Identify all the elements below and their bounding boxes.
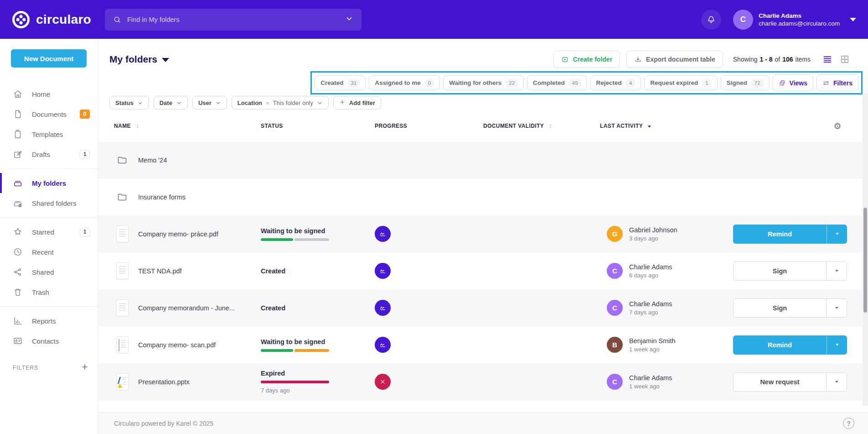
person-avatar: C (607, 374, 623, 390)
row-action-dropdown[interactable] (826, 373, 847, 391)
table-body: Memo '24Insurance formsCompany memo- prá… (98, 141, 868, 400)
table-row-presentation-pptx[interactable]: Presentation.pptxExpired7 days agoCCharl… (98, 363, 868, 400)
status-chip-completed[interactable]: Completed49 (527, 75, 587, 90)
filter-pill-date[interactable]: Date (154, 96, 188, 110)
status-label: Waiting to be signed (261, 227, 325, 235)
sign-button[interactable]: Sign (734, 299, 826, 317)
page-title-dropdown[interactable]: My folders (109, 54, 169, 65)
chip-count: 22 (506, 79, 518, 87)
signature-progress-icon[interactable] (375, 300, 391, 316)
views-button[interactable]: Views (773, 74, 813, 91)
filters-button[interactable]: Filters (816, 74, 858, 91)
scrollbar-thumb[interactable] (863, 208, 867, 313)
help-icon[interactable]: ? (843, 418, 854, 429)
remind-button[interactable]: Remind (733, 225, 827, 244)
column-header-status: STATUS (261, 123, 375, 129)
search-input[interactable] (127, 16, 339, 23)
sidebar-item-my-folders[interactable]: My folders (0, 173, 98, 193)
column-settings-icon[interactable]: ⚙ (834, 122, 842, 131)
table-row-test-nda-pdf[interactable]: TEST NDA.pdfCreatedCCharlie Adams6 days … (98, 252, 868, 289)
column-header-last-activity[interactable]: LAST ACTIVITY (600, 123, 733, 130)
table-row-memo-24[interactable]: Memo '24 (98, 141, 868, 178)
page-title: My folders (109, 54, 157, 65)
filter-pill-location[interactable]: Location=This folder only (232, 96, 329, 110)
row-action-dropdown[interactable] (827, 225, 847, 244)
user-menu[interactable]: C Charlie Adams charlie.adams@circularo.… (733, 10, 856, 30)
bell-icon (706, 15, 716, 25)
item-name: Company memo- práce.pdf (138, 230, 218, 238)
sidebar: New Document HomeDocuments0TemplatesDraf… (0, 39, 98, 434)
create-folder-button[interactable]: Create folder (553, 51, 620, 68)
documents-icon (13, 109, 23, 119)
footer-text: Circularo powered by Karel © 2025 (114, 420, 213, 427)
row-action-dropdown[interactable] (826, 262, 847, 280)
chevron-down-icon (215, 100, 221, 106)
person-name: Gabriel Johnson (629, 226, 677, 234)
filter-pill-status[interactable]: Status (109, 96, 149, 110)
sidebar-item-recent[interactable]: Recent (0, 242, 98, 262)
person-avatar: C (607, 300, 623, 316)
sidebar-item-shared-folders[interactable]: Shared folders (0, 193, 98, 213)
item-name: Memo '24 (138, 157, 167, 164)
remind-button[interactable]: Remind (733, 335, 827, 355)
count-badge: 1 (80, 227, 90, 236)
sign-button[interactable]: Sign (734, 262, 826, 280)
activity-time: 1 week ago (629, 346, 676, 353)
sidebar-item-trash[interactable]: Trash (0, 282, 98, 302)
sidebar-item-drafts[interactable]: Drafts1 (0, 144, 98, 164)
person-name: Benjamin Smith (629, 337, 676, 345)
document-thumbnail (114, 225, 130, 242)
signature-progress-icon[interactable] (375, 226, 391, 242)
filter-pill-add-filter[interactable]: Add filter (333, 96, 381, 110)
showing-count: Showing1 - 8of106items (733, 56, 811, 63)
status-chip-signed[interactable]: Signed72 (721, 75, 770, 90)
chip-count: 0 (425, 79, 434, 87)
row-action-dropdown[interactable] (826, 299, 847, 317)
progress-bar (261, 238, 329, 241)
myfolders-icon (13, 178, 23, 188)
add-saved-filter-button[interactable] (81, 363, 89, 373)
grid-view-icon[interactable] (840, 54, 850, 64)
sidebar-item-templates[interactable]: Templates (0, 124, 98, 144)
new-request-button[interactable]: New request (734, 373, 826, 391)
logo[interactable]: circularo (12, 10, 91, 29)
filter-pill-user[interactable]: User (192, 96, 227, 110)
row-action-dropdown[interactable] (827, 335, 847, 355)
notifications-button[interactable] (701, 10, 721, 30)
status-chip-assigned-to-me[interactable]: Assigned to me0 (369, 75, 440, 90)
status-chip-created[interactable]: Created31 (315, 75, 366, 90)
activity-time: 6 days ago (629, 272, 672, 279)
sidebar-item-contacts[interactable]: Contacts (0, 331, 98, 351)
activity-time: 1 week ago (629, 383, 672, 390)
status-chip-waiting-for-others[interactable]: Waiting for others22 (443, 75, 524, 90)
table-row-company-memo-pr-ce-pdf[interactable]: Company memo- práce.pdfWaiting to be sig… (98, 215, 868, 252)
table-row-insurance-forms[interactable]: Insurance forms (98, 178, 868, 215)
sidebar-item-reports[interactable]: Reports (0, 311, 98, 331)
new-document-button[interactable]: New Document (11, 49, 87, 68)
status-chips-highlight-box: Created31Assigned to me0Waiting for othe… (310, 71, 863, 94)
rejected-progress-icon[interactable] (375, 374, 391, 390)
signature-progress-icon[interactable] (375, 337, 391, 353)
search-icon (113, 16, 121, 24)
sidebar-item-starred[interactable]: Starred1 (0, 222, 98, 242)
scrollbar-track[interactable] (863, 94, 868, 406)
column-header-document-validity[interactable]: DOCUMENT VALIDITY (483, 123, 600, 130)
column-header-name[interactable]: NAME (114, 123, 261, 130)
filter-icon (822, 79, 830, 87)
user-email: charlie.adams@circularo.com (759, 20, 840, 27)
sidebar-item-home[interactable]: Home (0, 84, 98, 104)
global-search[interactable] (105, 9, 362, 31)
sidebar-item-documents[interactable]: Documents0 (0, 104, 98, 124)
sidebar-filters-section: FILTERS (0, 363, 98, 373)
list-view-icon[interactable] (822, 54, 832, 64)
table-row-company-memorandum-june[interactable]: Company memorandum - June...CreatedCChar… (98, 289, 868, 326)
sidebar-item-shared[interactable]: Shared (0, 262, 98, 282)
search-scope-dropdown-icon[interactable] (345, 15, 353, 25)
export-document-table-button[interactable]: Export document table (626, 51, 723, 68)
chevron-down-icon (137, 100, 143, 106)
signature-progress-icon[interactable] (375, 263, 391, 279)
table-row-company-memo-scan-pdf[interactable]: Company memo- scan.pdfWaiting to be sign… (98, 326, 868, 363)
folder-icon (114, 192, 130, 203)
status-chip-request-expired[interactable]: Request expired1 (644, 75, 717, 90)
status-chip-rejected[interactable]: Rejected4 (590, 75, 641, 90)
